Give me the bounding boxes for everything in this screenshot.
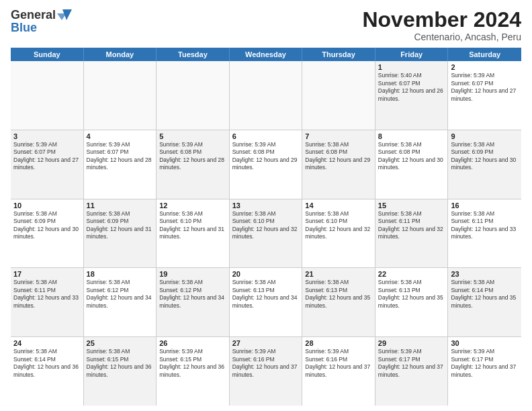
cal-cell-2-0: 10Sunrise: 5:38 AM Sunset: 6:09 PM Dayli… [11,199,84,268]
logo-blue: Blue [11,21,37,34]
cal-cell-2-2: 12Sunrise: 5:38 AM Sunset: 6:10 PM Dayli… [157,199,230,268]
cal-cell-2-6: 16Sunrise: 5:38 AM Sunset: 6:11 PM Dayli… [448,199,521,268]
cal-cell-0-3 [230,61,303,130]
cell-info: Sunrise: 5:39 AM Sunset: 6:15 PM Dayligh… [159,348,226,379]
cal-cell-0-6: 2Sunrise: 5:39 AM Sunset: 6:07 PM Daylig… [448,61,521,130]
cal-cell-2-1: 11Sunrise: 5:38 AM Sunset: 6:09 PM Dayli… [84,199,157,268]
cell-info: Sunrise: 5:39 AM Sunset: 6:08 PM Dayligh… [232,141,300,172]
cal-cell-3-2: 19Sunrise: 5:38 AM Sunset: 6:12 PM Dayli… [157,268,230,336]
cal-cell-4-3: 27Sunrise: 5:39 AM Sunset: 6:16 PM Dayli… [230,337,303,406]
calendar-body: 1Sunrise: 5:40 AM Sunset: 6:07 PM Daylig… [11,61,521,406]
cell-info: Sunrise: 5:38 AM Sunset: 6:10 PM Dayligh… [232,210,300,241]
title-block: November 2024 Centenario, Ancash, Peru [362,8,521,42]
logo: General Blue [11,8,72,34]
svg-marker-1 [57,13,66,20]
header-tuesday: Tuesday [157,48,230,61]
day-number: 28 [305,339,372,347]
cal-cell-1-4: 7Sunrise: 5:38 AM Sunset: 6:08 PM Daylig… [302,130,375,199]
day-number: 21 [305,270,372,278]
cell-info: Sunrise: 5:39 AM Sunset: 6:16 PM Dayligh… [305,348,372,379]
header-monday: Monday [84,48,157,61]
calendar: Sunday Monday Tuesday Wednesday Thursday… [11,48,521,406]
cal-cell-1-6: 9Sunrise: 5:38 AM Sunset: 6:09 PM Daylig… [448,130,521,199]
cal-cell-1-3: 6Sunrise: 5:39 AM Sunset: 6:08 PM Daylig… [230,130,303,199]
cell-info: Sunrise: 5:39 AM Sunset: 6:17 PM Dayligh… [378,348,445,379]
cal-cell-1-2: 5Sunrise: 5:39 AM Sunset: 6:08 PM Daylig… [157,130,230,199]
day-number: 6 [232,132,300,140]
day-number: 13 [232,201,300,210]
week-row-4: 24Sunrise: 5:38 AM Sunset: 6:14 PM Dayli… [11,337,521,406]
cal-cell-0-1 [84,61,157,130]
day-number: 29 [378,339,445,347]
cal-cell-1-1: 4Sunrise: 5:39 AM Sunset: 6:07 PM Daylig… [84,130,157,199]
cal-cell-4-6: 30Sunrise: 5:39 AM Sunset: 6:17 PM Dayli… [448,337,521,406]
day-number: 18 [87,270,154,278]
day-number: 1 [378,63,445,71]
cal-cell-3-0: 17Sunrise: 5:38 AM Sunset: 6:11 PM Dayli… [11,268,84,336]
cell-info: Sunrise: 5:38 AM Sunset: 6:14 PM Dayligh… [451,279,519,310]
cell-info: Sunrise: 5:38 AM Sunset: 6:15 PM Dayligh… [87,348,154,379]
cal-cell-0-0 [11,61,84,130]
cal-cell-2-5: 15Sunrise: 5:38 AM Sunset: 6:11 PM Dayli… [375,199,449,268]
cal-cell-3-6: 23Sunrise: 5:38 AM Sunset: 6:14 PM Dayli… [448,268,521,336]
cell-info: Sunrise: 5:38 AM Sunset: 6:09 PM Dayligh… [451,141,519,172]
cal-cell-1-0: 3Sunrise: 5:39 AM Sunset: 6:07 PM Daylig… [11,130,84,199]
cal-cell-4-1: 25Sunrise: 5:38 AM Sunset: 6:15 PM Dayli… [84,337,157,406]
cell-info: Sunrise: 5:38 AM Sunset: 6:11 PM Dayligh… [451,210,519,241]
day-number: 3 [13,132,81,140]
day-number: 7 [305,132,372,140]
cal-cell-3-1: 18Sunrise: 5:38 AM Sunset: 6:12 PM Dayli… [84,268,157,336]
header-saturday: Saturday [448,48,521,61]
day-number: 24 [13,339,81,347]
week-row-2: 10Sunrise: 5:38 AM Sunset: 6:09 PM Dayli… [11,199,521,269]
day-number: 10 [13,201,81,210]
cell-info: Sunrise: 5:39 AM Sunset: 6:07 PM Dayligh… [87,141,154,172]
cell-info: Sunrise: 5:38 AM Sunset: 6:13 PM Dayligh… [305,279,372,310]
day-number: 5 [159,132,226,140]
week-row-1: 3Sunrise: 5:39 AM Sunset: 6:07 PM Daylig… [11,130,521,199]
header-thursday: Thursday [302,48,375,61]
header-friday: Friday [375,48,449,61]
header-wednesday: Wednesday [230,48,303,61]
cal-cell-4-2: 26Sunrise: 5:39 AM Sunset: 6:15 PM Dayli… [157,337,230,406]
cell-info: Sunrise: 5:39 AM Sunset: 6:07 PM Dayligh… [13,141,81,172]
cal-cell-1-5: 8Sunrise: 5:38 AM Sunset: 6:08 PM Daylig… [375,130,449,199]
cell-info: Sunrise: 5:38 AM Sunset: 6:13 PM Dayligh… [232,279,300,310]
cal-cell-0-5: 1Sunrise: 5:40 AM Sunset: 6:07 PM Daylig… [375,61,449,130]
day-number: 14 [305,201,372,210]
day-number: 11 [87,201,154,210]
day-number: 23 [451,270,519,278]
day-number: 19 [159,270,226,278]
day-number: 17 [13,270,81,278]
cell-info: Sunrise: 5:38 AM Sunset: 6:09 PM Dayligh… [13,210,81,241]
cal-cell-0-4 [302,61,375,130]
week-row-3: 17Sunrise: 5:38 AM Sunset: 6:11 PM Dayli… [11,268,521,337]
cell-info: Sunrise: 5:38 AM Sunset: 6:10 PM Dayligh… [159,210,226,241]
header: General Blue November 2024 Centenario, A… [11,8,521,42]
page: General Blue November 2024 Centenario, A… [0,0,532,411]
day-number: 8 [378,132,445,140]
cell-info: Sunrise: 5:39 AM Sunset: 6:17 PM Dayligh… [451,348,519,379]
day-number: 12 [159,201,226,210]
day-number: 27 [232,339,300,347]
subtitle: Centenario, Ancash, Peru [362,32,521,42]
cell-info: Sunrise: 5:40 AM Sunset: 6:07 PM Dayligh… [378,72,445,103]
day-number: 9 [451,132,519,140]
cell-info: Sunrise: 5:38 AM Sunset: 6:12 PM Dayligh… [87,279,154,310]
logo-general: General [11,9,56,21]
cell-info: Sunrise: 5:38 AM Sunset: 6:11 PM Dayligh… [13,279,81,310]
day-number: 22 [378,270,445,278]
cell-info: Sunrise: 5:38 AM Sunset: 6:08 PM Dayligh… [378,141,445,172]
cell-info: Sunrise: 5:39 AM Sunset: 6:07 PM Dayligh… [451,72,519,103]
day-number: 26 [159,339,226,347]
calendar-header: Sunday Monday Tuesday Wednesday Thursday… [11,48,521,61]
cell-info: Sunrise: 5:39 AM Sunset: 6:16 PM Dayligh… [232,348,300,379]
day-number: 15 [378,201,445,210]
cal-cell-2-4: 14Sunrise: 5:38 AM Sunset: 6:10 PM Dayli… [302,199,375,268]
cal-cell-3-5: 22Sunrise: 5:38 AM Sunset: 6:13 PM Dayli… [375,268,449,336]
cell-info: Sunrise: 5:39 AM Sunset: 6:08 PM Dayligh… [159,141,226,172]
day-number: 30 [451,339,519,347]
cell-info: Sunrise: 5:38 AM Sunset: 6:13 PM Dayligh… [378,279,445,310]
week-row-0: 1Sunrise: 5:40 AM Sunset: 6:07 PM Daylig… [11,61,521,130]
cal-cell-2-3: 13Sunrise: 5:38 AM Sunset: 6:10 PM Dayli… [230,199,303,268]
